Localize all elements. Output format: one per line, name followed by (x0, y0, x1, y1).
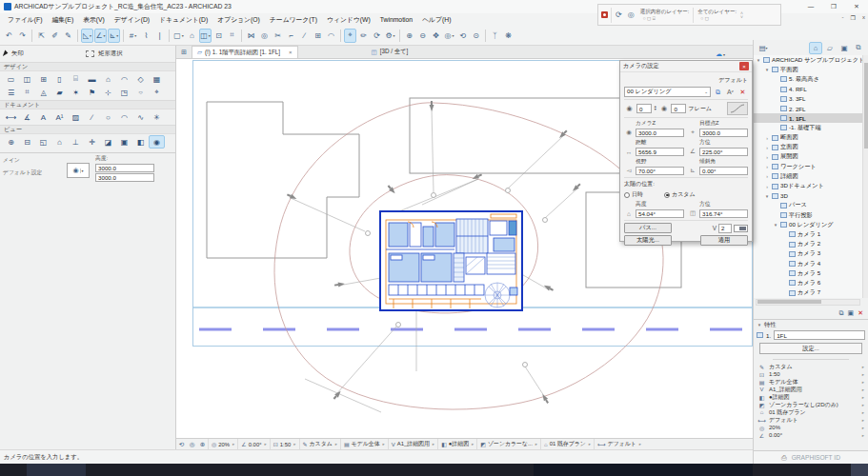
document-tool-icon[interactable]: ∡ (19, 110, 35, 124)
tree-item[interactable]: 5. 最高高さ (754, 74, 868, 84)
view-tool-icon[interactable]: ▣ (116, 135, 132, 149)
brand-label[interactable]: GRAPHISOFT ID (792, 454, 840, 461)
navigator-action-icon[interactable]: ▣ (848, 309, 855, 317)
taskbar-tray-segment[interactable] (851, 464, 868, 476)
target-z-input[interactable]: 3000.0 (95, 173, 154, 182)
tree-item[interactable]: ▾ 平面図 (754, 65, 868, 74)
navigator-map-button[interactable]: ⌂ (809, 42, 822, 54)
document-tool-icon[interactable]: ▨ (68, 110, 84, 124)
frame-number-input[interactable]: 0 (671, 104, 686, 113)
tree-vertical-scrollbar[interactable] (862, 55, 868, 298)
quick-option-row[interactable]: ∠ 0.00° (754, 431, 868, 439)
tree-item[interactable]: -1. 基礎下端 (754, 123, 868, 132)
quickbar-item[interactable]: ⟷ デフォルト (594, 439, 644, 449)
quick-option-row[interactable]: ◎ 20% (754, 424, 868, 431)
toolbar-button[interactable]: # (127, 29, 139, 43)
story-name-input[interactable]: 1FL (774, 330, 865, 340)
teamwork-cloud-button[interactable]: ☁ ▾ (716, 50, 725, 58)
design-tool-icon[interactable]: ▬ (84, 72, 100, 86)
alert-icon[interactable] (601, 11, 608, 18)
camera-path-select[interactable]: 00 レンダリング ⌄ (624, 87, 711, 97)
tree-item[interactable]: 4. RFL (754, 85, 868, 94)
document-tool-icon[interactable]: ✳ (149, 110, 165, 124)
design-tool-icon[interactable]: ◫ (19, 72, 35, 86)
windows-taskbar[interactable] (0, 464, 868, 476)
expand-chevron-icon[interactable]: ▾ (773, 222, 778, 228)
toolbar-button[interactable]: ↶ (3, 29, 15, 43)
quickbar-item[interactable]: ✎ カスタム (299, 439, 340, 449)
view-section-header[interactable]: ビュー (0, 125, 175, 134)
document-tool-icon[interactable]: ∕ (84, 110, 100, 124)
navigator-action-icon[interactable]: ✕ (858, 309, 863, 317)
tree-horizontal-scrollbar[interactable] (756, 299, 860, 306)
toolbar-button[interactable]: ⊞ (312, 29, 324, 43)
toolbar-button[interactable]: ◺ (81, 29, 93, 43)
tree-item[interactable]: 1. 1FL (754, 113, 868, 123)
toolbar-button[interactable]: ⚙ (384, 29, 396, 43)
toolbar-button[interactable]: ❘ (153, 29, 166, 43)
radio-custom[interactable] (664, 192, 670, 198)
toolbar-button[interactable]: ✐ (49, 29, 61, 43)
expand-chevron-icon[interactable]: › (764, 154, 770, 160)
toolbar-button[interactable]: ✥ (430, 29, 442, 43)
expand-chevron-icon[interactable]: ▾ (764, 67, 770, 72)
view-tool-icon[interactable]: ◧ (132, 135, 149, 149)
quickbar-item[interactable]: V A1_詳細図用 (388, 439, 437, 449)
sunlight-button[interactable]: 太陽光... (624, 235, 672, 246)
tree-item[interactable]: 3. 3FL (754, 94, 868, 104)
view-tool-icon[interactable]: ⊕ (3, 135, 19, 149)
view-tool-icon[interactable]: ⌂ (51, 135, 68, 149)
design-tool-icon[interactable]: ☰ (3, 86, 19, 99)
toolbar-button[interactable]: ⌖ (344, 29, 356, 43)
field-input[interactable]: 316.74° (699, 209, 748, 218)
navigator-map-button[interactable]: ▣ (838, 42, 851, 54)
menu-item[interactable]: チームワーク(T) (265, 15, 322, 25)
taskbar-app-segment[interactable] (534, 464, 753, 476)
design-tool-icon[interactable]: ⌖ (149, 86, 165, 99)
doc-restore-button[interactable]: ❐ (851, 14, 856, 21)
printer-icon[interactable]: ⎙ (781, 454, 787, 462)
quickbar-item[interactable]: ▤ モデル全体 (340, 439, 388, 449)
document-tool-icon[interactable]: ◠ (116, 110, 132, 124)
toolbar-button[interactable]: ◫ (199, 29, 212, 43)
tree-item[interactable]: カメラ 5 (754, 268, 868, 278)
field-input[interactable]: 225.00° (699, 148, 748, 156)
tree-item[interactable]: ▾ 3D (754, 191, 868, 201)
design-tool-icon[interactable]: ▭ (3, 72, 19, 86)
toolbar-button[interactable]: ⊖ (416, 29, 429, 43)
tree-item[interactable]: 平行投影 (754, 210, 868, 220)
design-tool-icon[interactable]: ▯ (51, 72, 68, 86)
motion-curve-button[interactable] (727, 102, 748, 115)
menu-item[interactable]: オプション(O) (212, 15, 265, 25)
design-tool-icon[interactable]: ⊹ (100, 86, 116, 99)
quickbar-item[interactable]: ◩ ゾーンカラーな... (476, 439, 540, 449)
document-tool-icon[interactable]: ⟷ (3, 110, 19, 124)
field-input[interactable]: 3000.0 (636, 129, 684, 137)
toolbar-button[interactable]: ⊙ (470, 29, 482, 43)
design-tool-icon[interactable]: ⚑ (84, 86, 100, 99)
menu-item[interactable]: ウィンドウ(W) (322, 15, 375, 25)
field-input[interactable]: 54.04° (636, 209, 684, 218)
quickbar-item[interactable]: ⊡ 1:50 (270, 439, 299, 449)
quickbar-nav-icon[interactable]: ⟲ (176, 441, 187, 448)
path-button[interactable]: パス... (624, 223, 672, 233)
document-tool-icon[interactable]: ∿ (132, 110, 149, 124)
toolbar-button[interactable]: ᛉ (489, 29, 501, 43)
toolbar-button[interactable]: ⊡ (212, 29, 225, 43)
tree-item[interactable]: ▾ 00 レンダリング (754, 220, 868, 229)
tree-item[interactable]: › 3Dドキュメント (754, 181, 868, 190)
expand-chevron-icon[interactable]: › (764, 184, 770, 189)
menu-item[interactable]: ドキュメント(D) (154, 15, 212, 25)
tab-close-icon[interactable]: × (289, 50, 293, 55)
design-tool-icon[interactable]: ⊞ (35, 72, 51, 86)
design-tool-icon[interactable]: ✶ (68, 86, 84, 99)
tree-item[interactable]: 2. 2FL (754, 104, 868, 113)
design-tool-icon[interactable]: ◇ (132, 72, 149, 86)
toolbar-button[interactable]: ⟳ (371, 29, 383, 43)
toolbar-button[interactable]: ✎ (62, 29, 74, 43)
apply-button[interactable]: 適用 (700, 235, 748, 246)
radio-datetime[interactable] (624, 192, 630, 198)
design-tool-icon[interactable]: ◳ (116, 86, 132, 99)
field-input[interactable]: 70.00° (636, 167, 684, 175)
toolbar-button[interactable]: ⋈ (245, 29, 257, 43)
